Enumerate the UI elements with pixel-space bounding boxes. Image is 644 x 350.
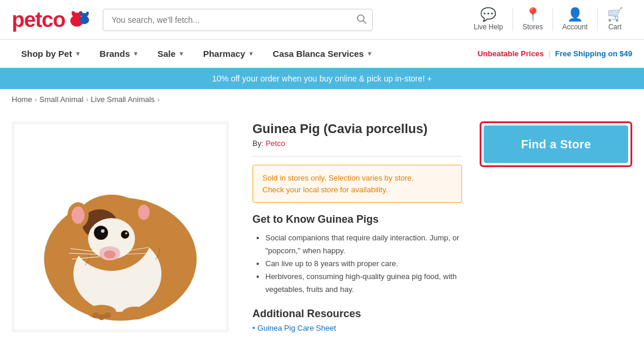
search-input[interactable] [103,9,373,31]
account-label: Account [562,23,588,31]
nav-item-shop-by-pet[interactable]: Shop by Pet ▼ [12,40,90,67]
chevron-down-icon: ▼ [367,50,373,57]
additional-resources: Additional Resources Guinea Pig Care She… [252,308,462,332]
account-action[interactable]: 👤 Account [552,8,597,31]
product-title: Guinea Pig (Cavia porcellus) [252,121,462,137]
main-content: Guinea Pig (Cavia porcellus) By: Petco S… [0,110,644,344]
logo[interactable]: petco [12,8,91,32]
stores-icon: 📍 [525,8,541,21]
product-brand-link[interactable]: Petco [265,139,285,148]
live-help-action[interactable]: 💬 Live Help [464,8,512,31]
svg-point-18 [104,250,116,259]
product-by-label: By: [252,139,264,148]
nav-promo: Unbeatable Prices | Free Shipping on $49 [477,49,632,58]
cart-icon: 🛒 [607,8,623,21]
logo-icon [68,9,91,30]
breadcrumb-home[interactable]: Home [12,95,32,104]
site-header: petco 💬 Live Help 📍 [0,0,644,40]
guinea-pig-svg [15,124,226,329]
product-divider [252,156,462,157]
find-store-column: Find a Store [480,121,632,332]
bullet-item: Herbivores, consuming high-quality guine… [265,270,462,296]
product-details-column: Guinea Pig (Cavia porcellus) By: Petco S… [247,121,462,332]
logo-text: petco [12,8,65,32]
promo-banner[interactable]: 10% off your order when you buy online &… [0,68,644,89]
breadcrumb-small-animal[interactable]: Small Animal [39,95,83,104]
find-store-button[interactable]: Find a Store [484,125,628,163]
section-title-resources: Additional Resources [252,308,462,320]
section-title-know: Get to Know Guinea Pigs [252,213,462,226]
svg-point-21 [101,229,104,233]
banner-text: 10% off your order when you buy online &… [212,74,431,83]
breadcrumb: Home › Small Animal › Live Small Animals… [0,89,644,110]
svg-line-9 [363,21,366,23]
promo-shipping[interactable]: Free Shipping on $49 [555,49,632,58]
cart-action[interactable]: 🛒 Cart [597,8,632,31]
search-icon[interactable] [356,13,367,26]
chevron-down-icon: ▼ [248,50,254,57]
stores-label: Stores [522,23,543,31]
nav-item-brands[interactable]: Brands ▼ [90,40,149,67]
search-bar[interactable] [103,9,373,31]
cart-label: Cart [608,23,622,31]
product-image [12,121,229,332]
svg-point-23 [125,232,127,235]
svg-point-25 [72,206,85,224]
promo-unbeatable[interactable]: Unbeatable Prices [477,49,544,58]
promo-separator: | [548,49,550,58]
breadcrumb-sep: › [157,95,160,104]
breadcrumb-sep: › [86,95,88,104]
nav-item-sale[interactable]: Sale ▼ [148,40,194,67]
svg-point-37 [104,312,111,318]
nav-item-casa-blanca[interactable]: Casa Blanca Services ▼ [264,40,382,67]
product-image-column [12,121,229,332]
breadcrumb-live-small-animals[interactable]: Live Small Animals [91,95,155,104]
live-help-icon: 💬 [480,8,496,21]
nav-item-pharmacy[interactable]: Pharmacy ▼ [194,40,264,67]
chevron-down-icon: ▼ [178,50,184,57]
stores-action[interactable]: 📍 Stores [512,8,552,31]
svg-point-20 [96,227,106,238]
chevron-down-icon: ▼ [75,50,81,57]
guinea-pig-care-sheet-link[interactable]: Guinea Pig Care Sheet [252,324,462,332]
sold-in-stores-line1: Sold in stores only. Selection varies by… [262,174,414,182]
breadcrumb-sep: › [35,95,37,104]
chevron-down-icon: ▼ [133,50,139,57]
sold-in-stores-line2: Check your local store for availability. [262,185,388,194]
find-store-button-wrapper: Find a Store [480,121,632,167]
bullet-item: Social companions that require daily int… [265,232,462,257]
product-by: By: Petco [252,139,462,148]
live-help-label: Live Help [474,23,503,31]
guinea-pig-bullets: Social companions that require daily int… [252,232,462,296]
bullet-item: Can live up to 8 years with proper care. [265,257,462,270]
header-actions: 💬 Live Help 📍 Stores 👤 Account 🛒 Cart [464,8,632,31]
sold-in-stores-notice: Sold in stores only. Selection varies by… [252,165,462,203]
svg-point-22 [121,230,129,239]
main-nav: Shop by Pet ▼ Brands ▼ Sale ▼ Pharmacy ▼… [0,40,644,68]
svg-point-27 [138,205,150,220]
svg-point-34 [122,307,148,320]
account-icon: 👤 [567,8,583,21]
